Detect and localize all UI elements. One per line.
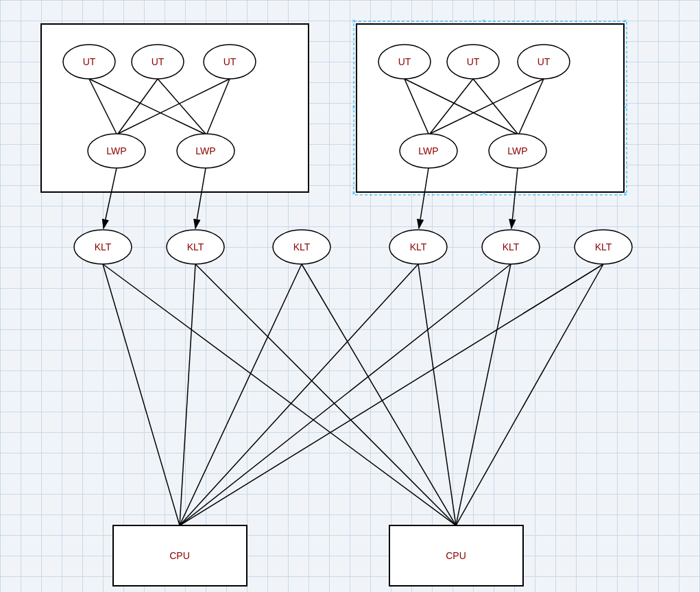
left-ut-3-label: UT [224, 56, 237, 67]
sel-handle-bm: × [482, 189, 486, 197]
right-ut-3-label: UT [538, 56, 551, 67]
svg-line-17 [103, 264, 180, 525]
svg-line-18 [103, 264, 456, 525]
svg-line-20 [195, 264, 456, 525]
svg-line-27 [180, 264, 603, 525]
svg-line-19 [180, 264, 195, 525]
right-lwp-2-label: LWP [507, 145, 527, 156]
sel-handle-tl: × [352, 17, 356, 25]
svg-line-26 [456, 264, 511, 525]
thread-diagram: UT UT UT LWP LWP × × × × × × × × UT UT U… [0, 0, 700, 592]
sel-handle-tm: × [482, 17, 486, 25]
left-ut-2-label: UT [152, 56, 165, 67]
svg-line-21 [180, 264, 302, 525]
left-lwp-2-label: LWP [195, 145, 215, 156]
klt-1-label: KLT [95, 241, 112, 252]
klt-2-label: KLT [187, 241, 204, 252]
svg-line-22 [302, 264, 456, 525]
left-lwp-1-label: LWP [106, 145, 126, 156]
klt-5-label: KLT [503, 241, 520, 252]
sel-handle-br: × [623, 189, 627, 197]
klt-6-label: KLT [595, 241, 612, 252]
right-lwp-1-label: LWP [418, 145, 438, 156]
cpu-left-label: CPU [169, 550, 190, 561]
sel-handle-ml: × [352, 104, 356, 111]
klt-3-label: KLT [293, 241, 311, 252]
right-ut-1-label: UT [398, 56, 411, 67]
cpu-right-label: CPU [446, 550, 466, 561]
svg-line-23 [180, 264, 418, 525]
sel-handle-tr: × [623, 17, 627, 25]
svg-line-25 [180, 264, 511, 525]
klt-4-label: KLT [410, 241, 427, 252]
svg-line-28 [456, 264, 603, 525]
right-ut-2-label: UT [467, 56, 480, 67]
sel-handle-bl: × [352, 189, 356, 197]
svg-line-24 [418, 264, 456, 525]
sel-handle-mr: × [623, 104, 627, 111]
left-ut-1-label: UT [83, 56, 96, 67]
